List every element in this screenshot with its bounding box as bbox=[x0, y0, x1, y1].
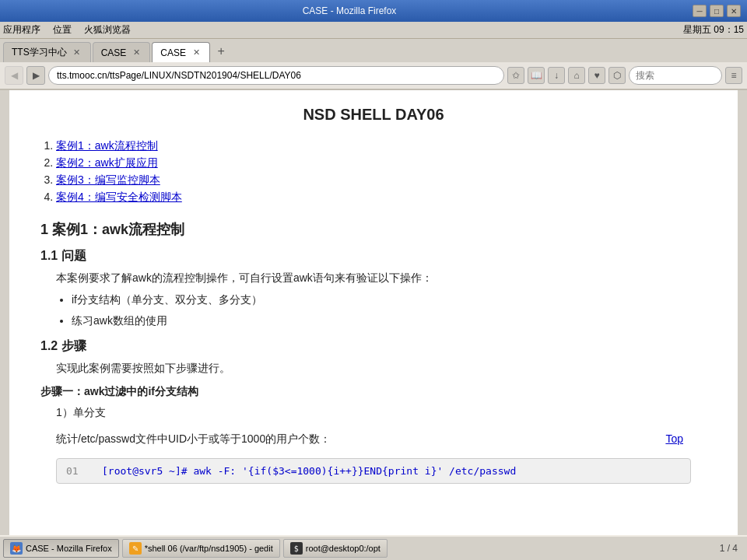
taskbar-item-firefox[interactable]: 🦊 CASE - Mozilla Firefox bbox=[3, 539, 119, 558]
extensions-icon[interactable]: ⬡ bbox=[608, 67, 626, 84]
home-icon[interactable]: ⌂ bbox=[568, 67, 585, 84]
shield-icon[interactable]: ♥ bbox=[588, 67, 605, 84]
browser-content: NSD SHELL DAY06 案例1：awk流程控制 案例2：awk扩展应用 … bbox=[0, 90, 747, 535]
code-block: 01 [root@svr5 ~]# awk -F: '{if($3<=1000)… bbox=[56, 458, 691, 484]
bullet-list-1: if分支结构（单分支、双分支、多分支） 练习awk数组的使用 bbox=[72, 291, 707, 329]
sysbar-time: 星期五 09：15 bbox=[683, 23, 744, 37]
top-link[interactable]: Top bbox=[665, 432, 683, 445]
bullet-1-1: if分支结构（单分支、双分支、多分支） bbox=[72, 291, 707, 308]
window-title: CASE - Mozilla Firefox bbox=[6, 5, 693, 16]
step1-title: 步骤一：awk过滤中的if分支结构 bbox=[40, 385, 707, 399]
code-line-text: [root@svr5 ~]# awk -F: '{if($3<=1000){i+… bbox=[102, 465, 516, 477]
tab-tts-close[interactable]: ✕ bbox=[72, 47, 82, 58]
sysbar-apps[interactable]: 应用程序 bbox=[3, 23, 40, 37]
tab-case1[interactable]: CASE ✕ bbox=[93, 42, 151, 62]
taskbar: 🦊 CASE - Mozilla Firefox ✎ *shell 06 (/v… bbox=[0, 535, 747, 560]
window-controls: ─ □ ✕ bbox=[693, 5, 741, 17]
terminal-icon: $ bbox=[290, 542, 303, 555]
taskbar-firefox-label: CASE - Mozilla Firefox bbox=[26, 544, 112, 553]
code-line-1: 01 [root@svr5 ~]# awk -F: '{if($3<=1000)… bbox=[66, 465, 681, 477]
step1-desc: 统计/etc/passwd文件中UID小于或等于1000的用户个数： bbox=[56, 430, 331, 447]
close-button[interactable]: ✕ bbox=[727, 5, 741, 17]
maximize-button[interactable]: □ bbox=[710, 5, 724, 17]
minimize-button[interactable]: ─ bbox=[693, 5, 707, 17]
toc-link-4[interactable]: 案例4：编写安全检测脚本 bbox=[56, 191, 182, 203]
taskbar-terminal-label: root@desktop0:/opt bbox=[306, 544, 381, 553]
toc-item-1: 案例1：awk流程控制 bbox=[56, 139, 707, 153]
tabsbar: TTS学习中心 ✕ CASE ✕ CASE ✕ + bbox=[0, 39, 747, 62]
toc-link-1[interactable]: 案例1：awk流程控制 bbox=[56, 139, 158, 152]
tab-case2-close[interactable]: ✕ bbox=[191, 47, 202, 58]
tab-case2[interactable]: CASE ✕ bbox=[152, 42, 210, 62]
sysbar: 应用程序 位置 火狐浏览器 星期五 09：15 bbox=[0, 22, 747, 39]
titlebar: CASE - Mozilla Firefox ─ □ ✕ bbox=[0, 0, 747, 22]
section1-title: 1 案例1：awk流程控制 bbox=[40, 220, 707, 239]
taskbar-gedit-label: *shell 06 (/var/ftp/nsd1905) - gedit bbox=[145, 544, 273, 553]
taskbar-item-terminal[interactable]: $ root@desktop0:/opt bbox=[283, 539, 388, 558]
addressbar: ◀ ▶ ✩ 📖 ↓ ⌂ ♥ ⬡ ≡ bbox=[0, 62, 747, 90]
code-line-num: 01 bbox=[66, 465, 89, 477]
subsection1-1-title: 1.1 问题 bbox=[40, 248, 707, 264]
tab-case2-label: CASE bbox=[160, 47, 186, 58]
sysbar-right: 星期五 09：15 bbox=[683, 23, 744, 37]
new-tab-button[interactable]: + bbox=[212, 42, 230, 61]
search-input[interactable] bbox=[629, 66, 722, 85]
forward-button[interactable]: ▶ bbox=[26, 66, 45, 85]
taskbar-item-gedit[interactable]: ✎ *shell 06 (/var/ftp/nsd1905) - gedit bbox=[122, 539, 280, 558]
sysbar-browser[interactable]: 火狐浏览器 bbox=[84, 23, 131, 37]
step1-sub: 1）单分支 bbox=[56, 404, 707, 421]
subsection1-1-paragraph: 本案例要求了解awk的流程控制操作，可自行设置awk语句来有验证以下操作： bbox=[56, 269, 707, 286]
toc-item-2: 案例2：awk扩展应用 bbox=[56, 156, 707, 170]
subsection1-2-title: 1.2 步骤 bbox=[40, 338, 707, 355]
tab-tts-label: TTS学习中心 bbox=[12, 46, 67, 59]
bullet-1-2: 练习awk数组的使用 bbox=[72, 312, 707, 329]
bookmark-icon[interactable]: ✩ bbox=[507, 67, 524, 84]
toc-item-3: 案例3：编写监控脚本 bbox=[56, 173, 707, 187]
tab-case1-close[interactable]: ✕ bbox=[131, 47, 142, 58]
tab-case1-label: CASE bbox=[101, 47, 127, 58]
page-title: NSD SHELL DAY06 bbox=[40, 106, 707, 124]
subsection1-2-paragraph: 实现此案例需要按照如下步骤进行。 bbox=[56, 359, 707, 376]
gedit-icon: ✎ bbox=[129, 542, 142, 555]
back-button[interactable]: ◀ bbox=[5, 66, 23, 85]
page-count: 1 / 4 bbox=[720, 543, 744, 554]
download-icon[interactable]: ↓ bbox=[548, 67, 565, 84]
toc-link-3[interactable]: 案例3：编写监控脚本 bbox=[56, 173, 160, 186]
toc-link-2[interactable]: 案例2：awk扩展应用 bbox=[56, 156, 158, 169]
toc-item-4: 案例4：编写安全检测脚本 bbox=[56, 191, 707, 205]
sysbar-places[interactable]: 位置 bbox=[53, 23, 72, 37]
tab-tts[interactable]: TTS学习中心 ✕ bbox=[3, 42, 91, 62]
menu-icon[interactable]: ≡ bbox=[725, 67, 742, 84]
url-input[interactable] bbox=[48, 66, 504, 85]
table-of-contents: 案例1：awk流程控制 案例2：awk扩展应用 案例3：编写监控脚本 案例4：编… bbox=[40, 139, 707, 205]
firefox-icon: 🦊 bbox=[10, 542, 23, 555]
reader-icon[interactable]: 📖 bbox=[528, 67, 545, 84]
